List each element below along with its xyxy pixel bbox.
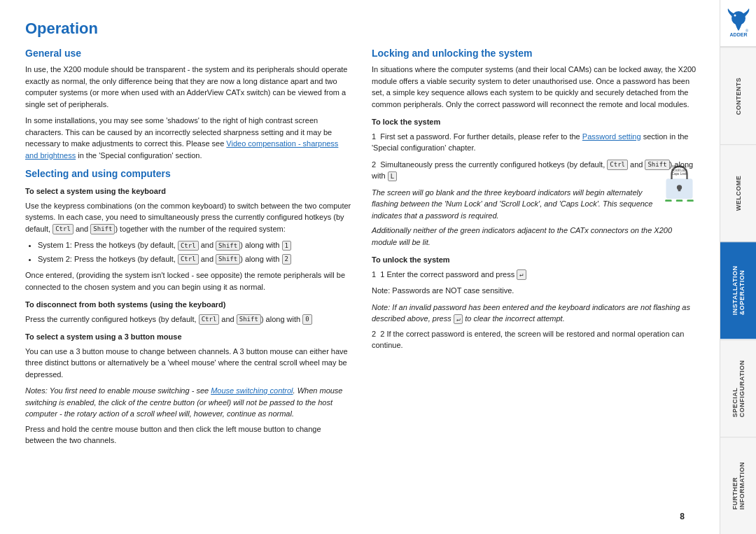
key-0: 0 (302, 314, 312, 325)
svg-text:Num Lock: Num Lock (672, 165, 687, 169)
general-use-para2: In some installations, you may see some … (25, 115, 352, 161)
mouse-text: You can use a 3 button mouse to change b… (25, 346, 352, 381)
system-list: System 1: Press the hotkeys (by default,… (38, 239, 352, 265)
lock-step2: 2 Simultaneously press the currently con… (372, 159, 699, 182)
tab-installation-operation[interactable]: INSTALLATION&OPERATION (720, 241, 756, 339)
disconnect-text: Press the currently configured hotkeys (… (25, 314, 352, 325)
tab-contents[interactable]: CONTENTS (720, 47, 756, 144)
right-column: Locking and unlocking the system In situ… (372, 48, 699, 451)
password-setting-link[interactable]: Password setting (582, 132, 641, 141)
ctrl-key-lock: Ctrl (607, 160, 628, 170)
svg-point-10 (734, 15, 736, 17)
enter-key: ↵ (517, 269, 526, 280)
lock-system-heading: To lock the system (372, 116, 699, 128)
unlock-step1-text: 1 Enter the correct password and press (380, 270, 514, 279)
shift-key-lock: Shift (645, 160, 669, 170)
enter-key-2: ↵ (454, 314, 463, 325)
key-1: 1 (282, 241, 291, 251)
svg-text:ADDER: ADDER (729, 32, 747, 37)
shift-key-s2: Shift (216, 254, 240, 265)
unlock-note2: Note: If an invalid password has been en… (372, 302, 699, 325)
svg-text:®: ® (746, 29, 748, 33)
unlock-step2-text: 2 If the correct password is entered, th… (372, 330, 684, 350)
svg-rect-5 (687, 199, 694, 202)
sidebar-logo-area: ADDER ® (720, 0, 756, 47)
page-title: Operation (25, 20, 699, 38)
system1-item: System 1: Press the hotkeys (by default,… (38, 239, 352, 251)
unlock-note1: Note: Passwords are NOT case sensitive. (372, 285, 699, 297)
once-entered-text: Once entered, (providing the system isn'… (25, 269, 352, 293)
general-use-heading: General use (25, 48, 352, 59)
shift-key-s1: Shift (216, 241, 240, 251)
locking-heading: Locking and unlocking the system (372, 48, 699, 59)
tab-further-information[interactable]: FURTHERINFORMATION (720, 437, 756, 534)
selecting-heading: Selecting and using computers (25, 168, 352, 179)
unlock-note2-end: to clear the incorrect attempt. (465, 314, 564, 323)
unlock-system-heading: To unlock the system (372, 254, 699, 266)
adder-logo-icon: ADDER ® (725, 7, 752, 38)
disconnect-heading: To disconnect from both systems (using t… (25, 299, 352, 311)
mouse-note: Notes: You first need to enable mouse sw… (25, 385, 352, 420)
left-column: General use In use, the X200 module shou… (25, 48, 352, 451)
keyboard-select-text: Use the keypress combinations (on the co… (25, 200, 352, 235)
general-use-para2-end: in the 'Special configuration' section. (76, 151, 202, 160)
svg-rect-4 (676, 199, 682, 202)
ctrl-key-s2: Ctrl (178, 254, 199, 265)
ctrl-key: Ctrl (52, 224, 74, 234)
two-column-layout: General use In use, the X200 module shou… (25, 48, 699, 451)
shift-key: Shift (90, 224, 115, 234)
unlock-step2: 2 2 If the correct password is entered, … (372, 328, 699, 351)
lock-step1-end: section in the 'Special configuration' c… (372, 132, 688, 153)
ctrl-key-d: Ctrl (199, 314, 220, 325)
system2-item: System 2: Press the hotkeys (by default,… (38, 253, 352, 265)
key-l: L (388, 171, 397, 182)
sidebar-tabs: CONTENTS WELCOME INSTALLATION&OPERATION … (720, 47, 756, 534)
keyboard-select-heading: To select a system using the keyboard (25, 185, 352, 197)
lock-step1: 1 First set a password. For further deta… (372, 131, 699, 154)
tab-welcome[interactable]: WELCOME (720, 144, 756, 241)
svg-text:Caps Lock: Caps Lock (672, 172, 687, 176)
unlock-step1: 1 1 Enter the correct password and press… (372, 269, 699, 281)
mouse-switching-link[interactable]: Mouse switching control (211, 386, 293, 395)
shift-key-d: Shift (237, 314, 261, 325)
svg-rect-3 (665, 199, 671, 202)
ctrl-key-s1: Ctrl (178, 241, 199, 251)
key-2: 2 (282, 254, 291, 265)
main-content: Operation General use In use, the X200 m… (0, 0, 720, 534)
page-number: 8 (680, 512, 685, 521)
lock-italic1: The screen will go blank and the three k… (372, 187, 699, 222)
lock-italic2: Additionally neither of the green indica… (372, 225, 699, 248)
tab-special-configuration[interactable]: SPECIALCONFIGURATION (720, 339, 756, 437)
svg-rect-2 (678, 188, 681, 192)
locking-intro: In situations where the computer systems… (372, 64, 699, 110)
mouse-para2: Press and hold the centre mouse button a… (25, 423, 352, 447)
mouse-note-prefix: Notes: You first need to enable mouse sw… (25, 386, 211, 395)
general-use-para1: In use, the X200 module should be transp… (25, 64, 352, 110)
sidebar: ADDER ® CONTENTS WELCOME INSTALLATION&OP… (720, 0, 756, 534)
mouse-select-heading: To select a system using a 3 button mous… (25, 331, 352, 343)
